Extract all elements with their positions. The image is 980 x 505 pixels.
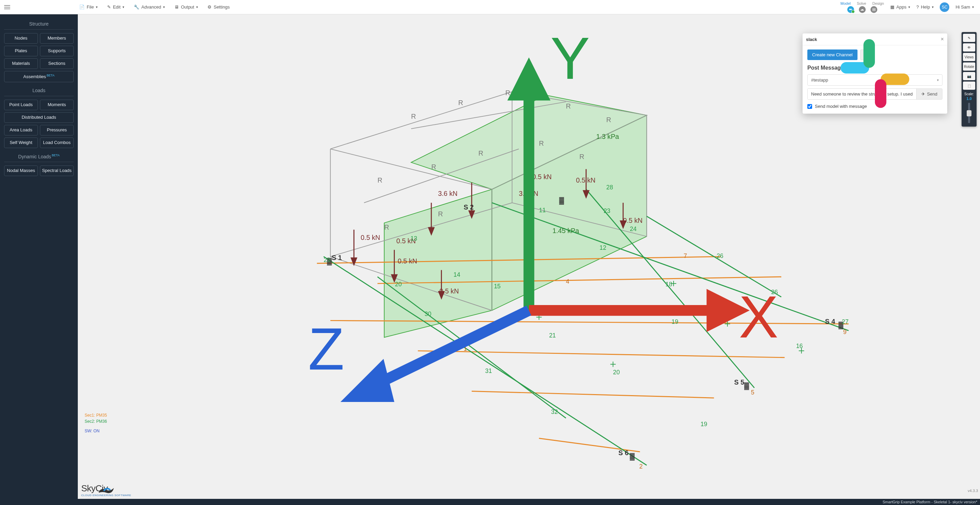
svg-text:Z: Z bbox=[308, 316, 344, 382]
avatar[interactable]: SC bbox=[940, 2, 949, 12]
btn-sections[interactable]: Sections bbox=[40, 58, 74, 69]
help-icon: ? bbox=[916, 5, 919, 10]
sidebar-section-structure: Structure bbox=[4, 21, 74, 27]
chevron-down-icon: ▾ bbox=[123, 5, 124, 9]
user-menu[interactable]: Hi Sam ▾ bbox=[955, 5, 974, 10]
dynamic-title-label: Dynamic Loads bbox=[18, 153, 51, 159]
rail-cube[interactable]: ⬚ bbox=[963, 81, 975, 90]
btn-self-weight[interactable]: Self Weight bbox=[4, 137, 38, 148]
btn-nodes[interactable]: Nodes bbox=[4, 33, 38, 44]
menu-settings[interactable]: ⚙ Settings bbox=[207, 5, 230, 10]
gear-icon: ⚙ bbox=[207, 5, 212, 10]
rail-scale-label: Scale: bbox=[964, 92, 974, 96]
mode-design[interactable]: Design bbox=[872, 2, 884, 5]
btn-pressures[interactable]: Pressures bbox=[40, 125, 74, 135]
status-bar: SmartGrip Example Platform - Skeletal 1-… bbox=[0, 499, 980, 505]
mode-tabs: Model Solve Design ⬌ ☁ ▤ bbox=[840, 2, 884, 13]
file-icon: 📄 bbox=[79, 5, 84, 10]
hamburger-menu[interactable] bbox=[0, 0, 14, 14]
menu-output-label: Output bbox=[181, 5, 194, 10]
right-rail: ✎ 👁 Views Rotate 📷 ⬚ Scale: 1.0 bbox=[962, 32, 977, 127]
monitor-icon: 🖥 bbox=[174, 5, 179, 10]
rail-views[interactable]: Views bbox=[963, 53, 975, 61]
mode-solve[interactable]: Solve bbox=[857, 2, 866, 5]
menu-advanced-label: Advanced bbox=[141, 5, 161, 10]
sidebar: Structure Nodes Members Plates Supports … bbox=[0, 14, 78, 499]
chevron-down-icon: ▾ bbox=[932, 5, 934, 9]
solve-icon[interactable]: ☁ bbox=[859, 6, 866, 13]
btn-distributed-loads[interactable]: Distributed Loads bbox=[4, 112, 74, 123]
menu-edit[interactable]: ✎ Edit ▾ bbox=[107, 5, 124, 10]
menu-apps-label: Apps bbox=[896, 5, 907, 10]
svg-marker-111 bbox=[340, 359, 395, 402]
version-label: v4.3.3 bbox=[968, 489, 978, 493]
model-viewport[interactable]: RRR RR RRR RR RR bbox=[78, 14, 980, 499]
sidebar-section-loads: Loads bbox=[4, 88, 74, 93]
btn-area-loads[interactable]: Area Loads bbox=[4, 125, 38, 135]
user-greeting: Hi Sam bbox=[955, 5, 970, 10]
top-menu-bar: 📄 File ▾ ✎ Edit ▾ 🔧 Advanced ▾ 🖥 Output … bbox=[0, 0, 980, 14]
grid-icon: ▦ bbox=[890, 5, 894, 10]
rail-pencil[interactable]: ✎ bbox=[963, 34, 975, 42]
mode-model[interactable]: Model bbox=[840, 2, 851, 5]
rail-eye[interactable]: 👁 bbox=[963, 43, 975, 51]
menu-advanced[interactable]: 🔧 Advanced ▾ bbox=[134, 5, 165, 10]
btn-point-loads[interactable]: Point Loads bbox=[4, 100, 38, 110]
btn-supports[interactable]: Supports bbox=[40, 46, 74, 56]
btn-assemblies-label: Assemblies bbox=[23, 74, 46, 79]
slack-popup: slack × Create new Channel ⚙ Post Messag… bbox=[803, 33, 947, 114]
status-text: SmartGrip Example Platform - Skeletal 1-… bbox=[882, 500, 977, 504]
menu-file-label: File bbox=[87, 5, 94, 10]
menu-settings-label: Settings bbox=[213, 5, 230, 10]
rail-camera[interactable]: 📷 bbox=[963, 72, 975, 80]
btn-nodal-masses[interactable]: Nodal Masses bbox=[4, 166, 38, 176]
chevron-down-icon: ▾ bbox=[96, 5, 98, 9]
chevron-down-icon: ▾ bbox=[196, 5, 198, 9]
chevron-down-icon: ▾ bbox=[972, 5, 974, 9]
btn-members[interactable]: Members bbox=[40, 33, 74, 44]
menu-output[interactable]: 🖥 Output ▾ bbox=[174, 5, 198, 10]
chevron-down-icon: ▾ bbox=[908, 5, 910, 9]
menu-edit-label: Edit bbox=[113, 5, 121, 10]
btn-assemblies[interactable]: AssembliesBETA bbox=[4, 71, 74, 82]
svg-marker-107 bbox=[508, 57, 550, 100]
btn-spectral-loads[interactable]: Spectral Loads bbox=[40, 166, 74, 176]
menu-help-label: Help bbox=[921, 5, 930, 10]
beta-badge: BETA bbox=[47, 74, 55, 77]
rail-rotate[interactable]: Rotate bbox=[963, 62, 975, 71]
sidebar-section-dynamic: Dynamic LoadsBETA bbox=[4, 153, 74, 159]
menu-apps[interactable]: ▦ Apps ▾ bbox=[890, 5, 910, 10]
btn-moments[interactable]: Moments bbox=[40, 100, 74, 110]
slack-logo: slack bbox=[806, 37, 817, 42]
beta-badge: BETA bbox=[52, 153, 60, 157]
rail-scale-value: 1.0 bbox=[966, 97, 972, 101]
btn-plates[interactable]: Plates bbox=[4, 46, 38, 56]
model-icon[interactable]: ⬌ bbox=[847, 6, 854, 13]
rail-scale-slider[interactable] bbox=[968, 103, 970, 123]
design-icon[interactable]: ▤ bbox=[870, 6, 877, 13]
btn-materials[interactable]: Materials bbox=[4, 58, 38, 69]
menu-help[interactable]: ? Help ▾ bbox=[916, 5, 934, 10]
btn-load-combos[interactable]: Load Combos bbox=[40, 137, 74, 148]
chevron-down-icon: ▾ bbox=[163, 5, 165, 9]
svg-text:Y: Y bbox=[550, 25, 590, 91]
svg-rect-118 bbox=[875, 79, 886, 108]
skyciv-logo: SkyCiv CLOUD ENGINEERING SOFTWARE bbox=[81, 483, 131, 497]
menu-file[interactable]: 📄 File ▾ bbox=[79, 5, 98, 10]
pencil-icon: ✎ bbox=[107, 5, 111, 10]
svg-rect-117 bbox=[863, 39, 875, 68]
wrench-icon: 🔧 bbox=[134, 5, 139, 10]
svg-text:X: X bbox=[739, 284, 778, 350]
